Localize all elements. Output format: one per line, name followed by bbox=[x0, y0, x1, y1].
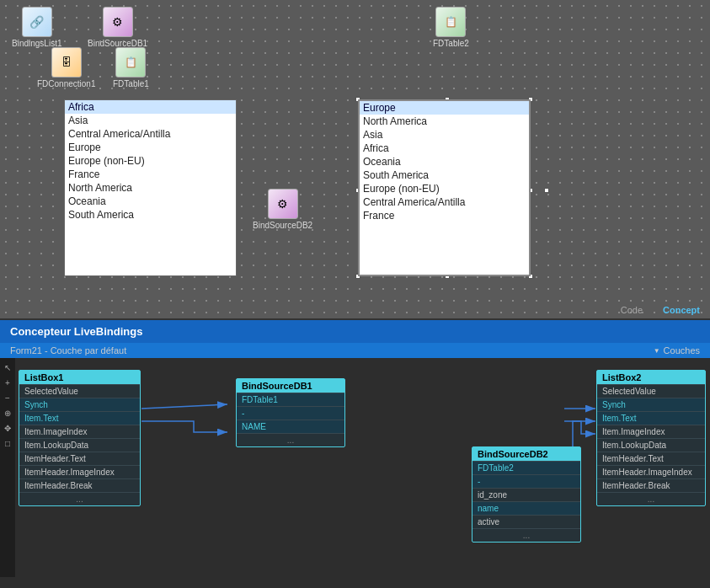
bindbox-bindsourcedb2-header: BindSourceDB2 bbox=[472, 447, 580, 461]
handle-mr2[interactable] bbox=[544, 188, 549, 193]
listbox1-item-france[interactable]: France bbox=[65, 168, 236, 181]
tab-code[interactable]: Code bbox=[611, 302, 653, 318]
listbox2-item-asia[interactable]: Asia bbox=[360, 128, 529, 142]
bindbox-listbox2-row-selectedvalue[interactable]: SelectedValue bbox=[597, 384, 705, 398]
listbox1-item-north-america[interactable]: North America bbox=[65, 181, 236, 195]
bindbox-listbox1-row-headerimageindex[interactable]: ItemHeader.ImageIndex bbox=[19, 465, 140, 478]
plus-icon[interactable]: + bbox=[2, 377, 13, 388]
fd-table1-icon-box bbox=[115, 47, 146, 78]
bindbox-bindsourcedb1-row-fdtable1[interactable]: FDTable1 bbox=[237, 393, 344, 406]
bindings-list1-icon-box bbox=[22, 7, 52, 37]
listbox1-item-central-america[interactable]: Central America/Antilla bbox=[65, 127, 236, 141]
bindbox-bindsourcedb2-row-idzone[interactable]: id_zone bbox=[472, 488, 580, 501]
left-toolbar: ↖ + − ⊕ ✥ □ bbox=[0, 358, 15, 577]
couches-label: Couches bbox=[664, 345, 700, 355]
bindbox-listbox1-row-itemtext[interactable]: Item.Text bbox=[19, 411, 140, 425]
listbox2-item-central-america[interactable]: Central America/Antilla bbox=[360, 195, 529, 209]
fd-table2-label: FDTable2 bbox=[433, 39, 469, 48]
livebindings-subtitle: Form21 - Couche par défaut bbox=[10, 345, 126, 355]
bind-source-db1-icon[interactable]: BindSourceDB1 bbox=[88, 7, 147, 48]
livebindings-subheader: Form21 - Couche par défaut ▼ Couches bbox=[0, 343, 710, 358]
bindbox-bindsourcedb2-row-active[interactable]: active bbox=[472, 515, 580, 528]
bindbox-listbox2[interactable]: ListBox2 SelectedValue Synch Item.Text I… bbox=[596, 370, 706, 506]
bindbox-bindsourcedb1[interactable]: BindSourceDB1 FDTable1 - NAME ... bbox=[236, 378, 345, 447]
bindbox-bindsourcedb2-row-dash[interactable]: - bbox=[472, 474, 580, 488]
fd-table2-icon-box bbox=[435, 7, 466, 37]
bindbox-listbox2-row-headertext[interactable]: ItemHeader.Text bbox=[597, 452, 705, 465]
listbox2-item-africa[interactable]: Africa bbox=[360, 142, 529, 155]
bindbox-bindsourcedb2[interactable]: BindSourceDB2 FDTable2 - id_zone name ac… bbox=[472, 446, 581, 543]
listbox2-item-south-america[interactable]: South America bbox=[360, 168, 529, 182]
bindbox-bindsourcedb1-row-dash[interactable]: - bbox=[237, 406, 344, 420]
bindbox-bindsourcedb1-row-name[interactable]: NAME bbox=[237, 420, 344, 433]
bindbox-listbox2-row-itemtext[interactable]: Item.Text bbox=[597, 411, 705, 425]
bindbox-bindsourcedb1-header: BindSourceDB1 bbox=[237, 379, 344, 393]
listbox1-item-south-america[interactable]: South America bbox=[65, 208, 236, 222]
listbox2-item-france[interactable]: France bbox=[360, 209, 529, 222]
listbox2-item-europe[interactable]: Europe bbox=[360, 101, 529, 115]
bindbox-listbox2-row-headerbreak[interactable]: ItemHeader.Break bbox=[597, 478, 705, 492]
bindbox-listbox1-row-lookupdata[interactable]: Item.LookupData bbox=[19, 438, 140, 452]
bindbox-listbox1-footer[interactable]: ... bbox=[19, 492, 140, 505]
bindbox-listbox1-row-imageindex[interactable]: Item.ImageIndex bbox=[19, 425, 140, 438]
bindbox-listbox2-header: ListBox2 bbox=[597, 371, 705, 384]
bind-source-db2-icon[interactable]: BindSourceDB2 bbox=[253, 189, 312, 230]
bindbox-bindsourcedb2-footer[interactable]: ... bbox=[472, 528, 580, 542]
livebindings-header: Concepteur LiveBindings bbox=[0, 320, 710, 343]
bindbox-listbox1-row-headertext[interactable]: ItemHeader.Text bbox=[19, 452, 140, 465]
tab-bar: Code Concept bbox=[611, 302, 710, 318]
listbox2-item-north-america[interactable]: North America bbox=[360, 115, 529, 128]
listbox1-item-europe-noneu[interactable]: Europe (non-EU) bbox=[65, 154, 236, 168]
fd-table2-icon[interactable]: FDTable2 bbox=[433, 7, 469, 48]
triangle-icon: ▼ bbox=[654, 347, 660, 355]
link-icon[interactable]: ⊕ bbox=[2, 407, 13, 419]
livebindings-area: Concepteur LiveBindings Form21 - Couche … bbox=[0, 320, 710, 588]
tab-concept[interactable]: Concept bbox=[653, 302, 710, 318]
bindbox-listbox1[interactable]: ListBox1 SelectedValue Synch Item.Text I… bbox=[19, 370, 141, 506]
bind-source-db1-icon-box bbox=[103, 7, 133, 37]
listbox1-designer[interactable]: Africa Asia Central America/Antilla Euro… bbox=[64, 99, 237, 276]
livebindings-title: Concepteur LiveBindings bbox=[10, 325, 142, 338]
svg-line-1 bbox=[141, 404, 227, 409]
select-icon[interactable]: □ bbox=[2, 437, 13, 449]
bind-source-db2-icon-box bbox=[268, 189, 298, 219]
bindbox-listbox1-row-selectedvalue[interactable]: SelectedValue bbox=[19, 384, 140, 398]
bindbox-bindsourcedb1-footer[interactable]: ... bbox=[237, 433, 344, 446]
listbox1-item-europe[interactable]: Europe bbox=[65, 141, 236, 154]
listbox1-item-africa[interactable]: Africa bbox=[65, 100, 236, 114]
bindbox-listbox2-row-imageindex[interactable]: Item.ImageIndex bbox=[597, 425, 705, 438]
bindings-list1-icon[interactable]: BindingsList1 bbox=[12, 7, 61, 48]
listbox2-item-europe-noneu[interactable]: Europe (non-EU) bbox=[360, 182, 529, 195]
bindbox-bindsourcedb2-row-fdtable2[interactable]: FDTable2 bbox=[472, 461, 580, 474]
fd-connection1-icon-box bbox=[51, 47, 82, 78]
move-icon[interactable]: ✥ bbox=[2, 422, 13, 434]
bindbox-listbox1-row-synch[interactable]: Synch bbox=[19, 398, 140, 411]
couches-button[interactable]: ▼ Couches bbox=[654, 345, 700, 355]
fd-connection1-icon[interactable]: FDConnection1 bbox=[37, 47, 95, 88]
fd-table1-icon[interactable]: FDTable1 bbox=[113, 47, 149, 88]
bindbox-listbox1-row-headerbreak[interactable]: ItemHeader.Break bbox=[19, 478, 140, 492]
bindings-canvas: ↖ + − ⊕ ✥ □ bbox=[0, 358, 710, 577]
bindbox-listbox2-footer[interactable]: ... bbox=[597, 492, 705, 505]
listbox2-item-oceania[interactable]: Oceania bbox=[360, 155, 529, 168]
fd-table1-label: FDTable1 bbox=[113, 79, 149, 88]
listbox1-item-oceania[interactable]: Oceania bbox=[65, 195, 236, 208]
bindbox-listbox1-header: ListBox1 bbox=[19, 371, 140, 384]
designer-canvas: BindingsList1 BindSourceDB1 FDConnection… bbox=[0, 0, 710, 320]
fd-connection1-label: FDConnection1 bbox=[37, 79, 95, 88]
bindbox-listbox2-row-headerimageindex[interactable]: ItemHeader.ImageIndex bbox=[597, 465, 705, 478]
bindbox-bindsourcedb2-row-name[interactable]: name bbox=[472, 501, 580, 515]
bind-source-db2-label: BindSourceDB2 bbox=[253, 221, 312, 230]
listbox2-designer[interactable]: Europe North America Asia Africa Oceania… bbox=[358, 99, 531, 276]
minus-icon[interactable]: − bbox=[2, 392, 13, 404]
listbox1-item-asia[interactable]: Asia bbox=[65, 114, 236, 127]
bindbox-listbox2-row-synch[interactable]: Synch bbox=[597, 398, 705, 411]
cursor-icon[interactable]: ↖ bbox=[2, 361, 13, 373]
bindbox-listbox2-row-lookupdata[interactable]: Item.LookupData bbox=[597, 438, 705, 452]
